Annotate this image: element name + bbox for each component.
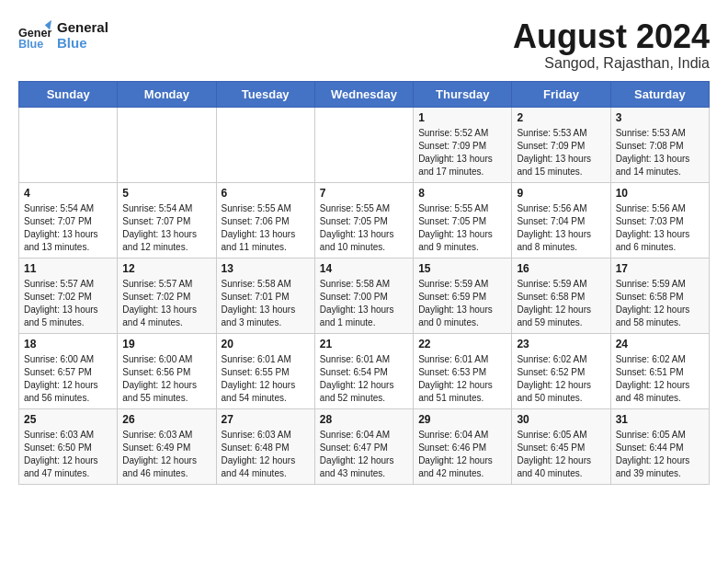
weekday-header: Monday	[118, 81, 216, 107]
cell-daylight-info: Sunrise: 5:52 AM Sunset: 7:09 PM Dayligh…	[418, 127, 506, 178]
calendar-cell: 31Sunrise: 6:05 AM Sunset: 6:44 PM Dayli…	[610, 408, 709, 484]
cell-daylight-info: Sunrise: 5:59 AM Sunset: 6:58 PM Dayligh…	[616, 278, 704, 329]
cell-daylight-info: Sunrise: 6:01 AM Sunset: 6:53 PM Dayligh…	[418, 353, 506, 405]
calendar-cell: 27Sunrise: 6:03 AM Sunset: 6:48 PM Dayli…	[216, 408, 314, 484]
logo: General Blue General Blue	[18, 18, 108, 52]
cell-date-number: 11	[24, 262, 112, 275]
calendar-cell: 1Sunrise: 5:52 AM Sunset: 7:09 PM Daylig…	[414, 107, 512, 182]
cell-date-number: 21	[320, 338, 408, 350]
calendar-week-row: 18Sunrise: 6:00 AM Sunset: 6:57 PM Dayli…	[19, 333, 710, 408]
calendar-cell: 19Sunrise: 6:00 AM Sunset: 6:56 PM Dayli…	[118, 333, 216, 408]
cell-date-number: 22	[418, 338, 506, 350]
weekday-header: Wednesday	[314, 81, 413, 107]
calendar-cell: 15Sunrise: 5:59 AM Sunset: 6:59 PM Dayli…	[414, 258, 512, 333]
cell-daylight-info: Sunrise: 5:54 AM Sunset: 7:07 PM Dayligh…	[122, 202, 210, 254]
cell-date-number: 31	[616, 413, 704, 426]
cell-date-number: 30	[517, 413, 605, 426]
logo-general: General	[57, 19, 108, 35]
cell-date-number: 18	[24, 338, 112, 350]
calendar-cell: 2Sunrise: 5:53 AM Sunset: 7:09 PM Daylig…	[512, 107, 610, 182]
calendar-cell: 26Sunrise: 6:03 AM Sunset: 6:49 PM Dayli…	[118, 408, 216, 484]
cell-date-number: 28	[320, 413, 408, 426]
cell-daylight-info: Sunrise: 6:03 AM Sunset: 6:49 PM Dayligh…	[122, 429, 210, 480]
calendar-week-row: 11Sunrise: 5:57 AM Sunset: 7:02 PM Dayli…	[19, 258, 710, 333]
calendar-cell: 30Sunrise: 6:05 AM Sunset: 6:45 PM Dayli…	[512, 408, 610, 484]
cell-date-number: 14	[320, 262, 408, 275]
calendar-cell: 10Sunrise: 5:56 AM Sunset: 7:03 PM Dayli…	[610, 182, 709, 258]
cell-daylight-info: Sunrise: 5:55 AM Sunset: 7:05 PM Dayligh…	[320, 202, 408, 254]
calendar-cell: 7Sunrise: 5:55 AM Sunset: 7:05 PM Daylig…	[314, 182, 413, 258]
logo-blue: Blue	[57, 35, 108, 51]
calendar-cell: 14Sunrise: 5:58 AM Sunset: 7:00 PM Dayli…	[314, 258, 413, 333]
weekday-header: Thursday	[414, 81, 512, 107]
svg-text:Blue: Blue	[18, 38, 43, 51]
cell-daylight-info: Sunrise: 6:00 AM Sunset: 6:56 PM Dayligh…	[122, 353, 210, 405]
cell-daylight-info: Sunrise: 6:01 AM Sunset: 6:54 PM Dayligh…	[320, 353, 408, 405]
weekday-header: Friday	[512, 81, 610, 107]
calendar-cell: 21Sunrise: 6:01 AM Sunset: 6:54 PM Dayli…	[314, 333, 413, 408]
calendar-subtitle: Sangod, Rajasthan, India	[513, 55, 710, 72]
calendar-cell: 16Sunrise: 5:59 AM Sunset: 6:58 PM Dayli…	[512, 258, 610, 333]
calendar-cell	[118, 107, 216, 182]
cell-date-number: 15	[418, 262, 506, 275]
cell-daylight-info: Sunrise: 6:02 AM Sunset: 6:51 PM Dayligh…	[616, 353, 704, 405]
cell-daylight-info: Sunrise: 5:59 AM Sunset: 6:58 PM Dayligh…	[517, 278, 605, 329]
calendar-cell: 6Sunrise: 5:55 AM Sunset: 7:06 PM Daylig…	[216, 182, 314, 258]
calendar-week-row: 25Sunrise: 6:03 AM Sunset: 6:50 PM Dayli…	[19, 408, 710, 484]
cell-date-number: 27	[222, 413, 310, 426]
calendar-cell: 9Sunrise: 5:56 AM Sunset: 7:04 PM Daylig…	[512, 182, 610, 258]
cell-date-number: 6	[222, 187, 310, 200]
calendar-cell: 4Sunrise: 5:54 AM Sunset: 7:07 PM Daylig…	[19, 182, 118, 258]
cell-daylight-info: Sunrise: 5:58 AM Sunset: 7:01 PM Dayligh…	[222, 278, 310, 329]
cell-date-number: 26	[122, 413, 210, 426]
calendar-cell: 18Sunrise: 6:00 AM Sunset: 6:57 PM Dayli…	[19, 333, 118, 408]
cell-daylight-info: Sunrise: 5:56 AM Sunset: 7:04 PM Dayligh…	[517, 202, 605, 254]
cell-daylight-info: Sunrise: 5:59 AM Sunset: 6:59 PM Dayligh…	[418, 278, 506, 329]
title-block: August 2024 Sangod, Rajasthan, India	[513, 18, 710, 72]
cell-daylight-info: Sunrise: 5:58 AM Sunset: 7:00 PM Dayligh…	[320, 278, 408, 329]
cell-daylight-info: Sunrise: 5:57 AM Sunset: 7:02 PM Dayligh…	[24, 278, 112, 329]
logo-icon: General Blue	[18, 18, 51, 52]
weekday-header: Saturday	[610, 81, 709, 107]
cell-daylight-info: Sunrise: 6:01 AM Sunset: 6:55 PM Dayligh…	[222, 353, 310, 405]
calendar-cell: 13Sunrise: 5:58 AM Sunset: 7:01 PM Dayli…	[216, 258, 314, 333]
weekday-header: Tuesday	[216, 81, 314, 107]
calendar-cell: 22Sunrise: 6:01 AM Sunset: 6:53 PM Dayli…	[414, 333, 512, 408]
cell-date-number: 13	[222, 262, 310, 275]
cell-date-number: 1	[418, 111, 506, 124]
cell-date-number: 16	[517, 262, 605, 275]
cell-daylight-info: Sunrise: 6:00 AM Sunset: 6:57 PM Dayligh…	[24, 353, 112, 405]
cell-date-number: 7	[320, 187, 408, 200]
cell-daylight-info: Sunrise: 6:05 AM Sunset: 6:44 PM Dayligh…	[616, 429, 704, 480]
cell-daylight-info: Sunrise: 6:02 AM Sunset: 6:52 PM Dayligh…	[517, 353, 605, 405]
cell-date-number: 17	[616, 262, 704, 275]
cell-date-number: 19	[122, 338, 210, 350]
calendar-table: SundayMondayTuesdayWednesdayThursdayFrid…	[18, 81, 710, 485]
calendar-cell	[216, 107, 314, 182]
calendar-cell: 12Sunrise: 5:57 AM Sunset: 7:02 PM Dayli…	[118, 258, 216, 333]
page-header: General Blue General Blue August 2024 Sa…	[18, 18, 710, 72]
calendar-cell: 11Sunrise: 5:57 AM Sunset: 7:02 PM Dayli…	[19, 258, 118, 333]
cell-date-number: 9	[517, 187, 605, 200]
calendar-cell: 17Sunrise: 5:59 AM Sunset: 6:58 PM Dayli…	[610, 258, 709, 333]
cell-daylight-info: Sunrise: 5:55 AM Sunset: 7:05 PM Dayligh…	[418, 202, 506, 254]
calendar-week-row: 4Sunrise: 5:54 AM Sunset: 7:07 PM Daylig…	[19, 182, 710, 258]
cell-date-number: 5	[122, 187, 210, 200]
calendar-cell: 28Sunrise: 6:04 AM Sunset: 6:47 PM Dayli…	[314, 408, 413, 484]
calendar-cell: 23Sunrise: 6:02 AM Sunset: 6:52 PM Dayli…	[512, 333, 610, 408]
cell-date-number: 12	[122, 262, 210, 275]
calendar-cell: 8Sunrise: 5:55 AM Sunset: 7:05 PM Daylig…	[414, 182, 512, 258]
cell-daylight-info: Sunrise: 5:53 AM Sunset: 7:09 PM Dayligh…	[517, 127, 605, 178]
cell-daylight-info: Sunrise: 6:05 AM Sunset: 6:45 PM Dayligh…	[517, 429, 605, 480]
calendar-cell: 3Sunrise: 5:53 AM Sunset: 7:08 PM Daylig…	[610, 107, 709, 182]
cell-daylight-info: Sunrise: 5:57 AM Sunset: 7:02 PM Dayligh…	[122, 278, 210, 329]
cell-date-number: 10	[616, 187, 704, 200]
cell-date-number: 4	[24, 187, 112, 200]
cell-daylight-info: Sunrise: 5:54 AM Sunset: 7:07 PM Dayligh…	[24, 202, 112, 254]
cell-date-number: 23	[517, 338, 605, 350]
calendar-cell: 24Sunrise: 6:02 AM Sunset: 6:51 PM Dayli…	[610, 333, 709, 408]
cell-daylight-info: Sunrise: 6:03 AM Sunset: 6:48 PM Dayligh…	[222, 429, 310, 480]
cell-daylight-info: Sunrise: 5:55 AM Sunset: 7:06 PM Dayligh…	[222, 202, 310, 254]
cell-date-number: 29	[418, 413, 506, 426]
cell-date-number: 2	[517, 111, 605, 124]
